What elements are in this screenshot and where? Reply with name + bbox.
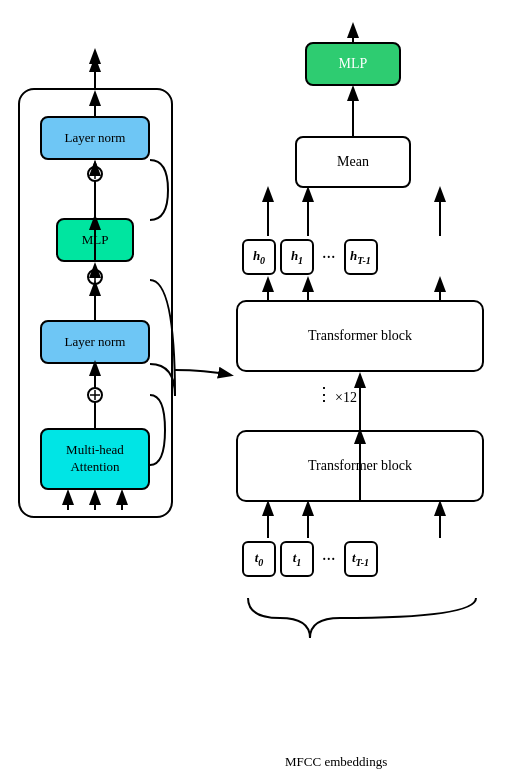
times-12-label: ×12: [335, 390, 357, 406]
t-tokens-row: t0 t1 ··· tT-1: [242, 538, 482, 580]
t1-token: t1: [280, 541, 314, 577]
tT1-token: tT-1: [344, 541, 378, 577]
transformer-top-block: Transformer block: [236, 300, 484, 372]
hT1-token: hT-1: [344, 239, 378, 275]
h-dots: ···: [318, 247, 340, 268]
mha-node: Multi-head Attention: [40, 428, 150, 490]
t0-token: t0: [242, 541, 276, 577]
h1-token: h1: [280, 239, 314, 275]
diagram: Layer norm MLP Layer norm Multi-head Att…: [0, 0, 518, 774]
layer-norm-top-node: Layer norm: [40, 116, 150, 160]
transformer-bot-block: Transformer block: [236, 430, 484, 502]
layer-norm-bot-node: Layer norm: [40, 320, 150, 364]
vertical-dots: ⋮: [315, 385, 333, 403]
h0-token: h0: [242, 239, 276, 275]
mlp-left-node: MLP: [56, 218, 134, 262]
h-tokens-row: h0 h1 ··· hT-1: [242, 236, 482, 278]
mfcc-label: MFCC embeddings: [285, 754, 387, 770]
t-dots: ···: [318, 549, 340, 570]
mean-node: Mean: [295, 136, 411, 188]
mlp-right-node: MLP: [305, 42, 401, 86]
